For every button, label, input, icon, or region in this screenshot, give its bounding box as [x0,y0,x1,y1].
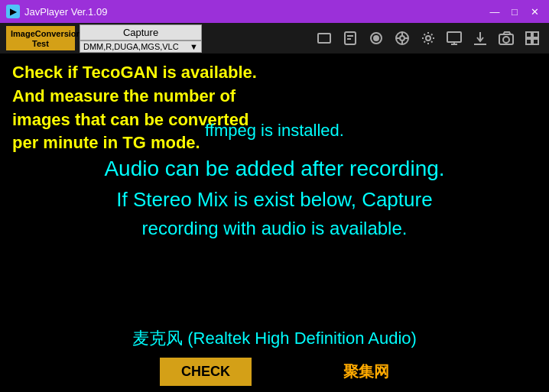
main-content: Check if TecoGAN is available. And measu… [0,53,549,392]
svg-rect-21 [533,32,538,37]
image-conversion-button[interactable]: ImageConversionTest [6,26,75,50]
toolbar-icons [313,28,543,49]
stereo-mix-line2: recording with audio is available. [0,215,549,242]
ffmpeg-text: ffmpeg is installed. [0,121,549,141]
yellow-text-block: Check if TecoGAN is available. And measu… [12,61,537,155]
check-button[interactable]: CHECK [160,358,252,386]
dropdown-arrow: ▼ [190,42,198,51]
svg-rect-22 [526,39,531,44]
app-icon: ▶ [6,5,20,18]
capture-button[interactable]: Capture [80,24,202,40]
dropdown-label: DMM,R,DUGA,MGS,VLC [83,42,179,51]
device-text: 麦克风 (Realtek High Definition Audio) [0,327,549,350]
close-button[interactable]: ✕ [526,5,543,18]
window-controls: — □ ✕ [486,5,543,18]
title-bar: ▶ JavPlayer Ver.1.09 — □ ✕ [0,0,549,23]
toolbar-left: ImageConversionTest Capture DMM,R,DUGA,M… [6,24,202,53]
svg-point-7 [400,36,404,40]
yellow-line-1: Check if TecoGAN is available. [12,61,537,85]
svg-rect-0 [318,34,330,43]
title-bar-left: ▶ JavPlayer Ver.1.09 [6,5,107,18]
maximize-button[interactable]: □ [506,5,523,18]
bottom-bar: CHECK 聚集网 [0,358,549,386]
yellow-line-2: And measure the number of [12,85,537,109]
target-icon[interactable] [391,28,413,49]
svg-rect-23 [533,39,538,44]
svg-point-19 [503,37,509,43]
watermark: 聚集网 [343,361,389,382]
cyan-text-block: Audio can be added after recording. If S… [0,153,549,242]
record-icon[interactable] [365,28,387,49]
camera-icon[interactable] [495,28,517,49]
svg-point-5 [374,36,378,40]
svg-rect-20 [526,32,531,37]
capture-dropdown[interactable]: DMM,R,DUGA,MGS,VLC ▼ [80,40,202,53]
ffmpeg-label: ffmpeg is installed. [205,121,344,140]
toolbar: ImageConversionTest Capture DMM,R,DUGA,M… [0,23,549,53]
badge-icon[interactable] [339,28,361,49]
settings-icon[interactable] [417,28,439,49]
monitor-icon[interactable] [443,28,465,49]
svg-rect-13 [447,32,461,42]
svg-point-12 [426,36,430,40]
app-title: JavPlayer Ver.1.09 [24,6,107,18]
download-icon[interactable] [469,28,491,49]
screen-icon[interactable] [313,28,335,49]
minimize-button[interactable]: — [486,5,503,18]
capture-group: Capture DMM,R,DUGA,MGS,VLC ▼ [80,24,202,53]
grid-icon[interactable] [521,28,543,49]
audio-add-line: Audio can be added after recording. [0,153,549,185]
stereo-mix-line1: If Stereo Mix is exist below, Capture [0,185,549,215]
